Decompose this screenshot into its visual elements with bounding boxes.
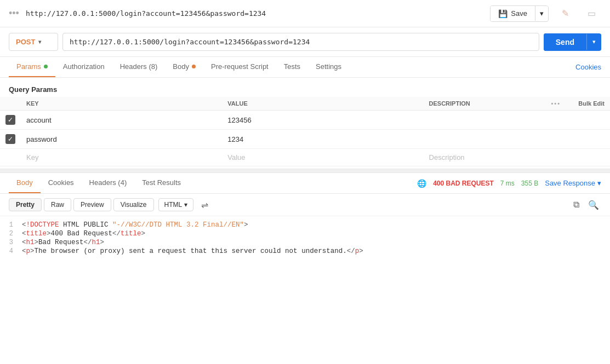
save-button[interactable]: 💾 Save — [491, 6, 535, 21]
comment-icon-button[interactable]: ▭ — [582, 4, 601, 24]
app-dots[interactable]: ••• — [9, 8, 19, 19]
col-header-more: ••• — [545, 97, 566, 111]
top-url-display: http://127.0.0.1:5000/login?account=1234… — [26, 9, 483, 18]
lang-chevron-icon: ▾ — [184, 201, 187, 209]
comment-icon: ▭ — [588, 8, 596, 19]
copy-icon: ⧉ — [573, 200, 579, 210]
send-dropdown-button[interactable]: ▾ — [586, 34, 601, 50]
response-tab-headers[interactable]: Headers (4) — [82, 173, 135, 193]
empty-key[interactable]: Key — [21, 149, 222, 166]
row2-key[interactable]: password — [21, 130, 222, 149]
lang-select[interactable]: HTML ▾ — [158, 198, 194, 211]
save-response-chevron-icon: ▾ — [597, 179, 601, 187]
search-icon: 🔍 — [588, 200, 599, 210]
url-input[interactable] — [62, 33, 539, 51]
wrap-button[interactable]: ⇌ — [197, 198, 213, 212]
format-preview-button[interactable]: Preview — [73, 198, 111, 211]
wrap-icon: ⇌ — [201, 200, 208, 210]
row2-desc[interactable] — [424, 130, 546, 149]
col-header-key: KEY — [21, 97, 222, 111]
row1-desc[interactable] — [424, 111, 546, 130]
format-raw-button[interactable]: Raw — [44, 198, 71, 211]
row1-value[interactable]: 123456 — [222, 111, 423, 130]
col-header-description: DESCRIPTION — [424, 97, 546, 111]
method-select[interactable]: POST ▾ — [9, 33, 58, 51]
col-header-value: VALUE — [222, 97, 423, 111]
save-icon: 💾 — [498, 9, 508, 18]
code-viewer: 1 <!DOCTYPE HTML PUBLIC "-//W3C//DTD HTM… — [0, 216, 610, 364]
row2-checkbox[interactable]: ✓ — [5, 134, 15, 144]
section-divider — [0, 169, 610, 173]
row2-value[interactable]: 1234 — [222, 130, 423, 149]
tab-headers[interactable]: Headers (8) — [112, 57, 166, 77]
response-tab-body[interactable]: Body — [9, 173, 41, 193]
response-tab-cookies[interactable]: Cookies — [41, 173, 82, 193]
status-globe-icon: 🌐 — [417, 179, 426, 188]
empty-value[interactable]: Value — [222, 149, 423, 166]
code-line-1: 1 <!DOCTYPE HTML PUBLIC "-//W3C//DTD HTM… — [0, 221, 610, 229]
response-tab-test-results[interactable]: Test Results — [134, 173, 189, 193]
code-line-4: 4 <p>The browser (or proxy) sent a reque… — [0, 247, 610, 256]
table-row: ✓ password 1234 — [0, 130, 610, 149]
body-dot — [192, 65, 196, 68]
query-params-title: Query Params — [9, 82, 601, 97]
tab-body[interactable]: Body — [165, 57, 203, 77]
code-line-3: 3 <h1>Bad Request</h1> — [0, 238, 610, 247]
tab-params[interactable]: Params — [9, 57, 55, 77]
save-dropdown-button[interactable]: ▾ — [535, 6, 548, 21]
code-line-2: 2 <title>400 Bad Request</title> — [0, 229, 610, 238]
format-pretty-button[interactable]: Pretty — [9, 198, 42, 211]
method-chevron-icon: ▾ — [38, 39, 41, 45]
tab-authorization[interactable]: Authorization — [55, 57, 112, 77]
cookies-link[interactable]: Cookies — [575, 57, 601, 77]
status-time: 7 ms — [500, 180, 515, 187]
table-row-empty: Key Value Description — [0, 149, 610, 166]
format-visualize-button[interactable]: Visualize — [113, 198, 154, 211]
empty-desc[interactable]: Description — [424, 149, 546, 166]
tab-settings[interactable]: Settings — [308, 57, 349, 77]
col-header-check — [0, 97, 21, 111]
search-button[interactable]: 🔍 — [586, 197, 601, 212]
row1-key[interactable]: account — [21, 111, 222, 130]
status-size: 355 B — [521, 180, 538, 187]
tab-pre-request[interactable]: Pre-request Script — [203, 57, 276, 77]
params-dot — [44, 65, 48, 68]
table-row: ✓ account 123456 — [0, 111, 610, 130]
copy-button[interactable]: ⧉ — [568, 197, 584, 212]
send-button[interactable]: Send — [544, 33, 586, 51]
save-response-button[interactable]: Save Response ▾ — [545, 179, 601, 187]
row1-checkbox[interactable]: ✓ — [5, 115, 15, 125]
pencil-icon: ✎ — [562, 8, 569, 19]
edit-icon-button[interactable]: ✎ — [555, 4, 575, 24]
col-header-bulk: Bulk Edit — [566, 97, 610, 111]
tab-tests[interactable]: Tests — [276, 57, 308, 77]
status-code: 400 BAD REQUEST — [433, 180, 494, 187]
